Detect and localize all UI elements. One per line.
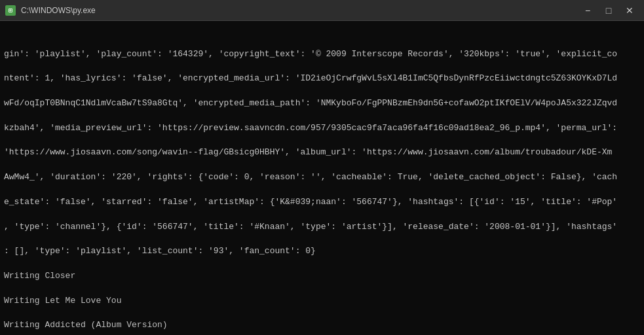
- console-line: e_state': 'false', 'starred': 'false', '…: [4, 196, 640, 209]
- title-bar: ⊞ C:\WINDOWS\py.exe − □ ✕: [0, 0, 644, 21]
- console-line: ntent': 1, 'has_lyrics': 'false', 'encry…: [4, 73, 640, 85]
- maximize-button[interactable]: □: [599, 3, 618, 18]
- window-title: C:\WINDOWS\py.exe: [21, 6, 96, 15]
- app-icon: ⊞: [5, 5, 16, 16]
- console-line: Writing Closer: [4, 270, 640, 283]
- console-line: Writing Addicted (Album Version): [4, 319, 640, 332]
- console-line: Writing Let Me Love You: [4, 295, 640, 308]
- title-bar-left: ⊞ C:\WINDOWS\py.exe: [5, 5, 96, 16]
- close-button[interactable]: ✕: [620, 3, 639, 18]
- window: ⊞ C:\WINDOWS\py.exe − □ ✕ gin': 'playlis…: [0, 0, 644, 335]
- console-line: AwMw4_', 'duration': '220', 'rights': {'…: [4, 171, 640, 184]
- console-line: : [], 'type': 'playlist', 'list_count': …: [4, 245, 640, 258]
- console-line: 'https://www.jiosaavn.com/song/wavin--fl…: [4, 147, 640, 159]
- minimize-button[interactable]: −: [578, 3, 597, 18]
- console-line: kzbah4', 'media_preview_url': 'https://p…: [4, 122, 640, 135]
- console-line: , 'type': 'channel'}, {'id': '566747', '…: [4, 221, 640, 234]
- window-controls: − □ ✕: [578, 3, 639, 18]
- console-output[interactable]: gin': 'playlist', 'play_count': '164329'…: [0, 21, 644, 335]
- console-line: wFd/oqIpT0BNnqC1NdlmVcaBw7tS9a8Gtq', 'en…: [4, 97, 640, 110]
- console-line: gin': 'playlist', 'play_count': '164329'…: [4, 48, 640, 61]
